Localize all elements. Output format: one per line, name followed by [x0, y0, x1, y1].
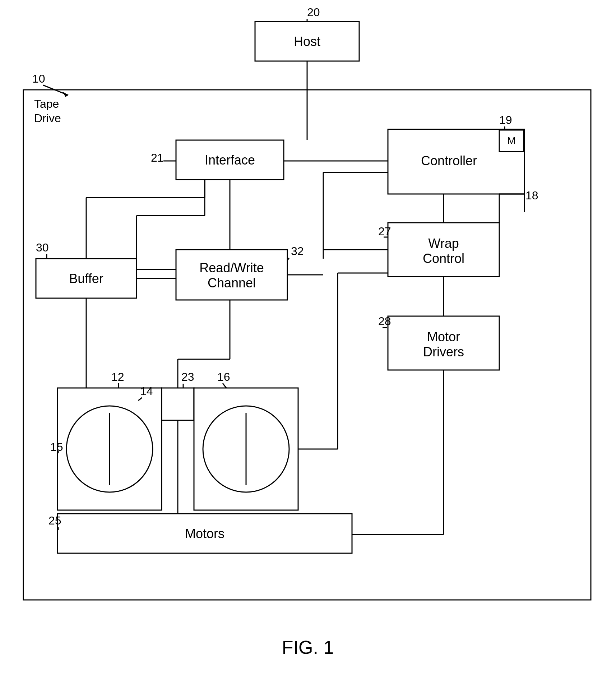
tape-drive-label: Tape: [34, 97, 59, 110]
motors-label: Motors: [185, 526, 224, 541]
head-box: [162, 388, 194, 420]
ref-12: 12: [111, 370, 124, 383]
rw-channel-label1: Read/Write: [199, 260, 264, 275]
wrap-control-label2: Control: [423, 251, 464, 266]
buffer-label: Buffer: [69, 271, 103, 286]
rw-channel-label2: Channel: [208, 276, 256, 290]
wrap-control-label1: Wrap: [428, 236, 459, 251]
ref-30: 30: [36, 241, 49, 254]
ref-19: 19: [499, 114, 512, 126]
ref-28: 28: [378, 315, 391, 328]
tape-drive-label2: Drive: [34, 112, 61, 125]
m-label: M: [507, 135, 515, 146]
motor-drivers-label2: Drivers: [423, 344, 464, 359]
figure-caption: FIG. 1: [282, 637, 334, 658]
ref-21: 21: [151, 151, 164, 164]
motor-drivers-label1: Motor: [427, 329, 460, 344]
controller-label: Controller: [421, 153, 477, 168]
ref-25: 25: [48, 514, 61, 527]
interface-label: Interface: [205, 153, 255, 167]
ref-16: 16: [217, 370, 230, 383]
ref-15: 15: [50, 440, 63, 453]
ref-32: 32: [291, 245, 304, 258]
ref-10: 10: [32, 72, 45, 85]
host-ref: 20: [307, 6, 320, 19]
ref-27: 27: [378, 225, 391, 238]
host-label: Host: [294, 34, 320, 49]
diagram-container: Host 20 Tape Drive 10 Interface 21 Contr…: [0, 0, 616, 689]
ref-23: 23: [181, 370, 194, 383]
ref-18: 18: [525, 189, 538, 202]
ref-14: 14: [140, 385, 153, 398]
